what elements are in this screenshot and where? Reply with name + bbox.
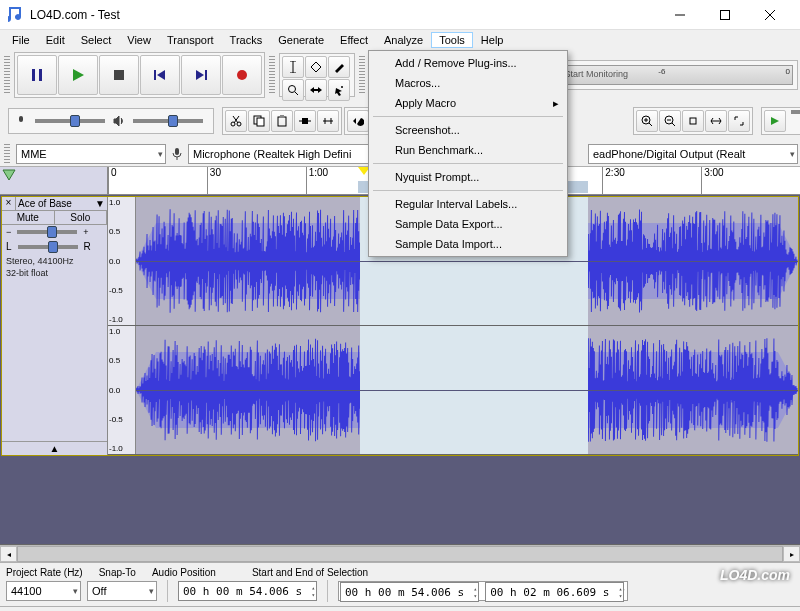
- amplitude-scale: 1.00.50.0-0.5-1.0: [108, 326, 136, 454]
- zoom-out-button[interactable]: [659, 110, 681, 132]
- undo-button[interactable]: [347, 110, 369, 132]
- draw-tool[interactable]: [328, 56, 350, 78]
- ruler-tick: 0: [108, 167, 207, 194]
- pan-slider[interactable]: [18, 245, 78, 249]
- menu-add-remove-plugins[interactable]: Add / Remove Plug-ins...: [371, 53, 565, 73]
- cut-button[interactable]: [225, 110, 247, 132]
- close-button[interactable]: [747, 0, 792, 30]
- scroll-thumb[interactable]: [17, 546, 783, 562]
- record-button[interactable]: [222, 55, 262, 95]
- selection-end-field[interactable]: 00 h 02 m 06.609 s: [485, 582, 624, 602]
- menu-apply-macro[interactable]: Apply Macro▸: [371, 93, 565, 113]
- track-control-panel: × Ace of Base▼ Mute Solo −+ LR Stereo, 4…: [2, 197, 108, 455]
- multi-tool[interactable]: [328, 79, 350, 101]
- chevron-down-icon: ▼: [95, 198, 105, 209]
- ruler-tick: 30: [207, 167, 306, 194]
- audio-position-field[interactable]: 00 h 00 m 54.006 s: [178, 581, 317, 601]
- svg-rect-24: [278, 117, 286, 126]
- speaker-icon: [113, 115, 125, 127]
- ruler-corner: [0, 167, 108, 194]
- maximize-button[interactable]: [702, 0, 747, 30]
- menu-select[interactable]: Select: [73, 32, 120, 48]
- scroll-left-button[interactable]: ◂: [0, 546, 17, 562]
- playback-volume-slider[interactable]: [133, 119, 203, 123]
- envelope-tool[interactable]: [305, 56, 327, 78]
- menu-view[interactable]: View: [119, 32, 159, 48]
- paste-button[interactable]: [271, 110, 293, 132]
- menu-help[interactable]: Help: [473, 32, 512, 48]
- menu-sample-data-import[interactable]: Sample Data Import...: [371, 234, 565, 254]
- toolbar-grip[interactable]: [4, 56, 10, 94]
- skip-start-button[interactable]: [140, 55, 180, 95]
- stop-button[interactable]: [99, 55, 139, 95]
- horizontal-scrollbar[interactable]: ◂ ▸: [0, 545, 800, 562]
- menu-regular-interval-labels[interactable]: Regular Interval Labels...: [371, 194, 565, 214]
- play-speed-slider[interactable]: [791, 110, 800, 114]
- menu-file[interactable]: File: [4, 32, 38, 48]
- silence-button[interactable]: [317, 110, 339, 132]
- chevron-right-icon: ▸: [553, 97, 559, 110]
- pin-triangle-icon[interactable]: [2, 169, 16, 181]
- selection-start-field[interactable]: 00 h 00 m 54.006 s: [340, 582, 479, 602]
- record-volume-slider[interactable]: [35, 119, 105, 123]
- toolbar-grip[interactable]: [359, 56, 365, 94]
- menu-macros[interactable]: Macros...: [371, 73, 565, 93]
- track-info: Stereo, 44100Hz32-bit float: [2, 254, 107, 281]
- playback-device-combo[interactable]: eadPhone/Digital Output (Realt: [588, 144, 798, 164]
- menu-generate[interactable]: Generate: [270, 32, 332, 48]
- gain-slider[interactable]: [17, 230, 77, 234]
- zoom-tool[interactable]: [282, 79, 304, 101]
- pause-button[interactable]: [17, 55, 57, 95]
- menu-separator: [373, 116, 563, 117]
- app-icon: [8, 7, 24, 23]
- track-menu-button[interactable]: Ace of Base▼: [16, 197, 107, 210]
- selection-toolbar: Project Rate (Hz) Snap-To Audio Position…: [0, 562, 800, 606]
- menu-screenshot[interactable]: Screenshot...: [371, 120, 565, 140]
- copy-button[interactable]: [248, 110, 270, 132]
- menu-tools[interactable]: Tools: [431, 32, 473, 48]
- zoom-toggle-button[interactable]: [728, 110, 750, 132]
- play-button[interactable]: [58, 55, 98, 95]
- channel-right[interactable]: 1.00.50.0-0.5-1.0: [108, 326, 798, 455]
- audio-host-combo[interactable]: MME: [16, 144, 166, 164]
- menu-analyze[interactable]: Analyze: [376, 32, 431, 48]
- menu-transport[interactable]: Transport: [159, 32, 222, 48]
- toolbar-grip[interactable]: [4, 144, 10, 164]
- timeshift-tool[interactable]: [305, 79, 327, 101]
- minimize-button[interactable]: [657, 0, 702, 30]
- ruler-tick: 3:00: [701, 167, 800, 194]
- project-rate-combo[interactable]: 44100: [6, 581, 81, 601]
- snap-to-combo[interactable]: Off: [87, 581, 157, 601]
- solo-button[interactable]: Solo: [55, 211, 108, 224]
- scroll-track[interactable]: [17, 546, 783, 562]
- watermark: LO4D.com: [720, 567, 790, 583]
- fit-project-button[interactable]: [705, 110, 727, 132]
- scroll-right-button[interactable]: ▸: [783, 546, 800, 562]
- mixer-toolbar: [8, 108, 214, 134]
- record-device-combo[interactable]: Microphone (Realtek High Defini: [188, 144, 398, 164]
- menu-sample-data-export[interactable]: Sample Data Export...: [371, 214, 565, 234]
- menu-run-benchmark[interactable]: Run Benchmark...: [371, 140, 565, 160]
- edit-toolbar: [222, 107, 342, 135]
- menu-nyquist-prompt[interactable]: Nyquist Prompt...: [371, 167, 565, 187]
- status-bar: Stopped.: [0, 606, 800, 611]
- tools-toolbar: [279, 53, 355, 97]
- play-at-speed-button[interactable]: [764, 110, 786, 132]
- mute-button[interactable]: Mute: [2, 211, 55, 224]
- trim-button[interactable]: [294, 110, 316, 132]
- svg-rect-23: [257, 118, 264, 126]
- track-close-button[interactable]: ×: [2, 197, 16, 210]
- track-collapse-button[interactable]: ▲: [2, 441, 107, 455]
- menu-edit[interactable]: Edit: [38, 32, 73, 48]
- skip-end-button[interactable]: [181, 55, 221, 95]
- menu-effect[interactable]: Effect: [332, 32, 376, 48]
- selection-tool[interactable]: [282, 56, 304, 78]
- svg-rect-7: [154, 70, 156, 80]
- svg-rect-39: [690, 118, 696, 124]
- fit-selection-button[interactable]: [682, 110, 704, 132]
- svg-line-35: [649, 123, 652, 126]
- waveform-right[interactable]: [136, 326, 798, 454]
- toolbar-grip[interactable]: [269, 56, 275, 94]
- menu-tracks[interactable]: Tracks: [222, 32, 271, 48]
- zoom-in-button[interactable]: [636, 110, 658, 132]
